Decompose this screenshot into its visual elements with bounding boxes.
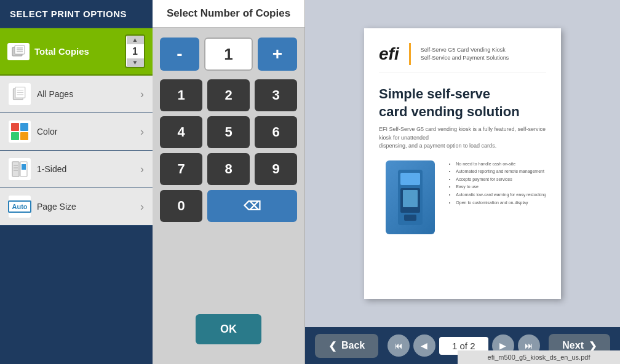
document-preview: efi Self-Serve G5 Card Vending Kiosk Sel… bbox=[305, 0, 620, 327]
sided-arrow: › bbox=[140, 163, 144, 176]
svg-rect-21 bbox=[400, 173, 420, 185]
key-4[interactable]: 4 bbox=[160, 116, 202, 148]
key-8[interactable]: 8 bbox=[207, 153, 250, 185]
sidebar-item-all-pages[interactable]: All Pages › bbox=[0, 76, 153, 113]
svg-rect-24 bbox=[404, 215, 416, 221]
efi-logo: efi bbox=[379, 44, 399, 64]
total-copies-icon bbox=[7, 43, 30, 60]
display-value: 1 bbox=[224, 45, 232, 64]
key-7[interactable]: 7 bbox=[160, 153, 202, 185]
sided-label: 1-Sided bbox=[37, 164, 134, 174]
filename-bar: efi_m500_g5_kiosk_ds_en_us.pdf bbox=[458, 350, 620, 364]
all-pages-arrow: › bbox=[140, 88, 144, 101]
back-button[interactable]: ❮ Back bbox=[315, 334, 378, 358]
keypad-container: - 1 + 1 2 3 4 5 6 7 8 9 0 ⌫ bbox=[153, 28, 304, 304]
page-size-label: Page Size bbox=[37, 202, 134, 212]
first-page-button[interactable]: ⏮ bbox=[388, 334, 410, 357]
key-1[interactable]: 1 bbox=[160, 79, 202, 111]
plus-button[interactable]: + bbox=[258, 38, 297, 71]
key-9[interactable]: 9 bbox=[255, 153, 297, 185]
prev-page-button[interactable]: ◀ bbox=[413, 334, 435, 357]
svg-rect-12 bbox=[11, 132, 19, 140]
doc-subtitle: EFI Self-Serve G5 card vending kiosk is … bbox=[379, 125, 546, 151]
backspace-button[interactable]: ⌫ bbox=[207, 190, 297, 222]
all-pages-icon bbox=[9, 83, 31, 105]
logo-divider bbox=[409, 43, 411, 65]
sided-icon-wrapper bbox=[9, 158, 31, 180]
doc-logo-area: efi Self-Serve G5 Card Vending Kiosk Sel… bbox=[379, 43, 546, 73]
sidebar-item-color[interactable]: Color › bbox=[0, 113, 153, 151]
svg-rect-19 bbox=[22, 164, 26, 170]
doc-page: efi Self-Serve G5 Card Vending Kiosk Sel… bbox=[364, 28, 561, 299]
svg-rect-13 bbox=[20, 132, 28, 140]
key-2[interactable]: 2 bbox=[207, 79, 250, 111]
keypad-grid: 1 2 3 4 5 6 7 8 9 0 ⌫ bbox=[160, 79, 297, 222]
filename-text: efi_m500_g5_kiosk_ds_en_us.pdf bbox=[488, 354, 590, 361]
key-0[interactable]: 0 bbox=[160, 190, 202, 222]
modal-header: Select Number of Copies bbox=[153, 0, 304, 28]
sidebar: SELECT PRINT OPTIONS Total Copies ▲ 1 ▼ bbox=[0, 0, 153, 364]
copy-icon bbox=[10, 45, 27, 58]
content-area: efi Self-Serve G5 Card Vending Kiosk Sel… bbox=[305, 0, 620, 364]
sidebar-item-sided[interactable]: 1-Sided › bbox=[0, 151, 153, 188]
ok-button[interactable]: OK bbox=[196, 314, 261, 344]
sidebar-header: SELECT PRINT OPTIONS bbox=[0, 0, 153, 28]
back-chevron-icon: ❮ bbox=[328, 340, 336, 352]
total-copies-row[interactable]: Total Copies ▲ 1 ▼ bbox=[0, 28, 153, 76]
stepper-down[interactable]: ▼ bbox=[127, 58, 144, 67]
logo-tagline: Self-Serve G5 Card Vending Kiosk Self-Se… bbox=[421, 46, 509, 61]
auto-badge: Auto bbox=[8, 200, 31, 213]
sided-icon bbox=[10, 159, 30, 179]
page-size-arrow: › bbox=[140, 200, 144, 213]
all-pages-label: All Pages bbox=[37, 89, 134, 99]
next-chevron-icon: ❯ bbox=[589, 340, 597, 352]
key-6[interactable]: 6 bbox=[255, 116, 297, 148]
copies-stepper[interactable]: ▲ 1 ▼ bbox=[125, 34, 145, 68]
total-copies-label: Total Copies bbox=[34, 46, 120, 57]
next-label: Next bbox=[562, 340, 584, 351]
display-row: - 1 + bbox=[160, 38, 297, 71]
color-label: Color bbox=[37, 127, 134, 136]
doc-bullets: No need to handle cash on-site Automated… bbox=[448, 160, 546, 242]
stepper-up[interactable]: ▲ bbox=[127, 36, 144, 44]
minus-button[interactable]: - bbox=[160, 38, 199, 71]
color-arrow: › bbox=[140, 125, 144, 138]
svg-rect-23 bbox=[403, 190, 418, 207]
main-container: SELECT PRINT OPTIONS Total Copies ▲ 1 ▼ bbox=[0, 0, 620, 364]
key-3[interactable]: 3 bbox=[255, 79, 297, 111]
sidebar-item-page-size[interactable]: Auto Page Size › bbox=[0, 188, 153, 226]
doc-title: Simple self-servecard vending solution bbox=[379, 85, 546, 121]
key-5[interactable]: 5 bbox=[207, 116, 250, 148]
modal-panel: Select Number of Copies - 1 + 1 2 3 4 5 … bbox=[153, 0, 305, 364]
svg-rect-11 bbox=[20, 123, 28, 131]
copies-value: 1 bbox=[126, 44, 144, 58]
color-icon-wrapper bbox=[9, 121, 31, 143]
svg-rect-10 bbox=[11, 123, 19, 131]
color-icon bbox=[10, 122, 30, 141]
display-box: 1 bbox=[204, 38, 253, 71]
svg-rect-14 bbox=[12, 162, 19, 176]
doc-body: No need to handle cash on-site Automated… bbox=[379, 160, 546, 242]
pages-icon bbox=[11, 85, 28, 103]
modal-ok-row: OK bbox=[153, 304, 304, 364]
kiosk-image bbox=[386, 160, 435, 234]
page-size-icon-wrapper: Auto bbox=[9, 196, 31, 218]
back-label: Back bbox=[341, 340, 365, 351]
